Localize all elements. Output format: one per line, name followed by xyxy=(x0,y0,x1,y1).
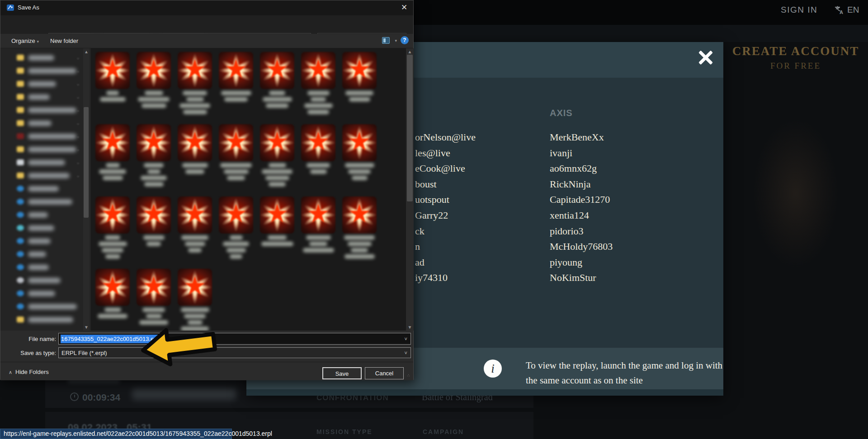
scroll-down-icon[interactable]: ▼ xyxy=(83,325,90,330)
replay-file-item[interactable] xyxy=(94,196,131,259)
blurred-file-name-line xyxy=(184,314,206,318)
replay-file-item[interactable] xyxy=(259,124,295,187)
view-mode-icon[interactable] xyxy=(382,37,390,44)
hide-folders-button[interactable]: ∧Hide Folders xyxy=(9,369,49,375)
sidebar-tree-item[interactable] xyxy=(0,274,83,287)
folder-icon xyxy=(17,68,24,74)
cancel-button[interactable]: Cancel xyxy=(365,367,404,379)
create-account-banner[interactable]: CREATE ACCOUNT FOR FREE xyxy=(730,44,861,71)
axis-player-name: NoKimStur xyxy=(550,272,613,288)
save-as-type-chevron[interactable]: ˅ xyxy=(405,350,407,355)
filelist-scroll-thumb[interactable] xyxy=(407,55,413,201)
replay-file-item[interactable] xyxy=(136,52,172,108)
dialog-nav-bar: ▾ › Enlisted › Replays ▾ xyxy=(0,15,413,34)
drive-icon xyxy=(17,159,24,165)
sidebar-tree-item[interactable] xyxy=(0,208,83,221)
replay-file-item[interactable] xyxy=(218,52,254,102)
drive-icon xyxy=(17,290,24,296)
replay-file-item[interactable] xyxy=(218,124,254,180)
mission-type-header: MISSION TYPE xyxy=(316,428,373,435)
clock-icon xyxy=(70,392,79,401)
replay-file-item[interactable] xyxy=(341,52,377,102)
blurred-folder-label xyxy=(28,199,72,205)
replay-file-item[interactable] xyxy=(341,196,377,259)
save-button[interactable]: Save xyxy=(322,367,362,379)
replay-file-icon xyxy=(301,196,335,234)
sidebar-tree-item[interactable]: ⌄ xyxy=(0,117,83,130)
language-label: EN xyxy=(847,5,859,15)
sidebar-tree-item[interactable]: ⌄ xyxy=(0,156,83,169)
replay-file-item[interactable] xyxy=(94,269,131,318)
info-text-line2: the same account as on the site xyxy=(526,373,738,388)
blurred-folder-label xyxy=(28,265,49,270)
sidebar-tree-item[interactable] xyxy=(0,287,83,300)
scroll-up-icon[interactable]: ▲ xyxy=(406,49,414,54)
dialog-close-icon[interactable]: ✕ xyxy=(400,4,408,12)
expand-chevron-icon: ⌄ xyxy=(76,173,80,178)
filelist-scrollbar[interactable]: ▲ ▼ xyxy=(406,48,414,331)
sidebar-tree-item[interactable] xyxy=(0,313,83,326)
sidebar-tree-item[interactable]: ⌄ xyxy=(0,130,83,143)
replay-file-icon xyxy=(178,269,212,306)
replay-file-item[interactable] xyxy=(136,269,172,325)
app-icon xyxy=(6,4,14,12)
replay-file-item[interactable] xyxy=(300,196,336,252)
replay-file-item[interactable] xyxy=(136,124,172,187)
replay-file-item[interactable] xyxy=(136,196,172,246)
blurred-file-name-line xyxy=(307,110,329,114)
sidebar-tree-item[interactable] xyxy=(0,234,83,248)
sidebar-tree-item[interactable]: ⌄ xyxy=(0,169,83,182)
replay-file-item[interactable] xyxy=(300,52,336,114)
replay-file-item[interactable] xyxy=(177,124,213,174)
replay-file-item[interactable] xyxy=(94,124,131,180)
resize-grip[interactable]: ∴ xyxy=(407,374,412,379)
replay-file-item[interactable] xyxy=(94,52,131,102)
sidebar-tree-item[interactable] xyxy=(0,300,83,313)
replay-file-item[interactable] xyxy=(177,52,213,114)
blurred-folder-label xyxy=(28,212,48,218)
sidebar-tree-item[interactable]: ⌄ xyxy=(0,51,83,64)
axis-player-name: MerkBeneXx xyxy=(550,131,613,147)
sidebar-scrollbar[interactable]: ▲ ▼ xyxy=(83,48,90,331)
sidebar-tree-item[interactable]: ⌄ xyxy=(0,64,83,77)
hide-folders-label: Hide Folders xyxy=(15,369,49,375)
sidebar-tree-item[interactable] xyxy=(0,261,83,274)
folder-icon xyxy=(17,173,24,178)
replay-file-item[interactable] xyxy=(218,196,254,259)
blurred-folder-label xyxy=(28,291,55,296)
expand-chevron-icon: ⌄ xyxy=(76,81,80,86)
sidebar-tree-item[interactable]: ⌄ xyxy=(0,143,83,156)
sidebar-tree-item[interactable] xyxy=(0,248,83,261)
sidebar-tree-item[interactable]: ⌄ xyxy=(0,77,83,90)
replay-file-item[interactable] xyxy=(259,196,295,246)
replay-file-item[interactable] xyxy=(259,52,295,108)
replay-file-item[interactable] xyxy=(177,196,213,252)
new-folder-button[interactable]: New folder xyxy=(50,37,78,44)
sidebar-tree-item[interactable] xyxy=(0,195,83,208)
save-as-type-select[interactable]: ERPL File (*.erpl) ˅ xyxy=(58,347,411,358)
sidebar-tree-item[interactable]: ⌄ xyxy=(0,90,83,103)
blurred-file-name-line xyxy=(344,254,375,259)
modal-close-icon[interactable] xyxy=(698,50,713,65)
blurred-file-name-line xyxy=(146,314,162,318)
dialog-title-bar[interactable]: Save As ✕ xyxy=(0,0,413,15)
blurred-file-name-line xyxy=(98,314,127,318)
sidebar-tree-item[interactable]: ⌄ xyxy=(0,103,83,117)
language-selector[interactable]: A EN xyxy=(834,5,859,15)
scroll-up-icon[interactable]: ▲ xyxy=(83,49,90,54)
sign-in-link[interactable]: SIGN IN xyxy=(781,5,817,15)
organize-button[interactable]: Organize ▾ xyxy=(11,37,39,44)
sidebar-tree-item[interactable] xyxy=(0,182,83,195)
expand-chevron-icon: ⌄ xyxy=(76,107,80,112)
sidebar-scroll-thumb[interactable] xyxy=(84,107,89,218)
file-name-input[interactable]: 1675943355_022ae22c001d5013.erpl ˅ xyxy=(58,333,411,345)
help-icon[interactable]: ? xyxy=(401,36,409,44)
view-mode-caret[interactable]: ▾ xyxy=(395,38,397,43)
replay-file-item[interactable] xyxy=(300,124,336,174)
file-name-dropdown-chevron[interactable]: ˅ xyxy=(405,336,407,341)
scroll-down-icon[interactable]: ▼ xyxy=(406,325,414,330)
replay-file-item[interactable] xyxy=(341,124,377,180)
sidebar-tree-item[interactable] xyxy=(0,221,83,234)
blurred-file-name-line xyxy=(186,97,204,102)
blurred-file-name-line xyxy=(268,235,287,240)
